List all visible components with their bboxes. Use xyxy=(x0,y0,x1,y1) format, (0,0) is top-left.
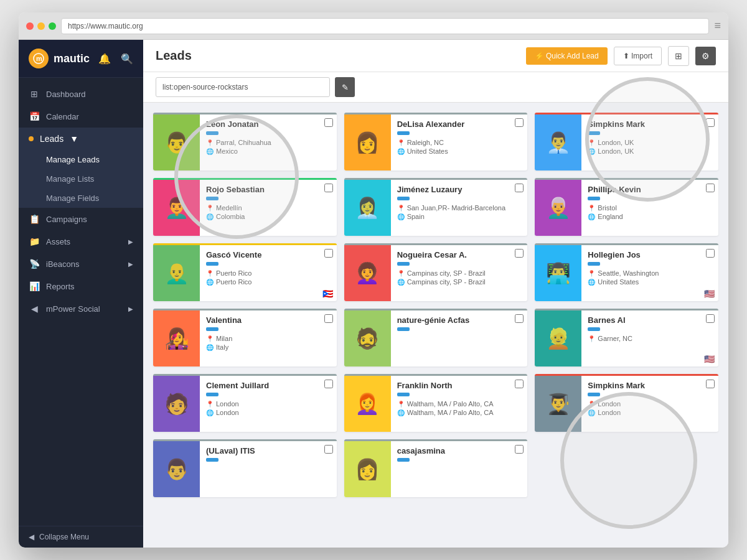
globe-icon: 🌐 xyxy=(206,279,214,286)
lead-card[interactable]: 👨‍🦳 Phillips Kevin 📍 Bristol 🌐 England xyxy=(535,178,718,236)
lead-checkbox[interactable] xyxy=(706,380,715,388)
lead-checkbox[interactable] xyxy=(706,249,715,258)
lead-badge xyxy=(206,131,218,135)
lead-avatar: 👩‍💼 xyxy=(344,180,391,236)
search-icon[interactable]: 🔍 xyxy=(121,53,133,65)
lead-country: 🌐 United States xyxy=(397,147,522,155)
lead-checkbox[interactable] xyxy=(324,249,333,258)
lead-card[interactable]: 👩‍🦱 Nogueira Cesar A. 📍 Campinas city, S… xyxy=(344,243,528,301)
lead-checkbox[interactable] xyxy=(706,118,715,127)
sidebar-item-manage-lists[interactable]: Manage Lists xyxy=(19,169,143,189)
lead-card[interactable]: 👨 (ULaval) ITIS xyxy=(153,439,337,497)
lead-checkbox[interactable] xyxy=(515,184,524,192)
lead-info: Simpkins Mark 📍 London 🌐 London xyxy=(581,376,718,432)
lead-checkbox[interactable] xyxy=(324,445,333,454)
lead-badge xyxy=(588,393,600,396)
lead-checkbox[interactable] xyxy=(706,184,715,192)
lead-country-text: Waltham, MA / Palo Alto, CA xyxy=(407,409,494,416)
grid-view-button[interactable]: ⊞ xyxy=(668,46,689,66)
lead-checkbox[interactable] xyxy=(324,380,333,388)
lead-card[interactable]: 👨‍🦲 Gascó Vicente 📍 Puerto Rico 🌐 Puerto… xyxy=(153,243,337,301)
quick-add-label: ⚡ Quick Add Lead xyxy=(535,52,599,60)
sidebar-item-mpower-social[interactable]: ◀ mPower Social ▶ xyxy=(19,297,143,320)
lead-checkbox[interactable] xyxy=(324,184,333,192)
globe-icon: 🌐 xyxy=(588,409,595,416)
collapse-menu-button[interactable]: ◀ Collapse Menu xyxy=(19,526,143,548)
sidebar-item-calendar[interactable]: 📅 Calendar xyxy=(19,105,143,128)
settings-button[interactable]: ⚙ xyxy=(695,47,716,65)
browser-dots xyxy=(26,22,56,30)
lead-info: DeLisa Alexander 📍 Raleigh, NC 🌐 United … xyxy=(391,114,528,170)
lead-checkbox[interactable] xyxy=(515,380,524,388)
logo-icon: m xyxy=(29,49,49,68)
lead-card[interactable]: 👨‍💻 Hollegien Jos 📍 Seattle, Washington … xyxy=(535,243,718,301)
lead-info: Leon Jonatan 📍 Parral, Chihuahua 🌐 Mexic… xyxy=(200,114,337,170)
sidebar-item-leads[interactable]: Leads ▼ xyxy=(19,128,143,150)
location-pin-icon: 📍 xyxy=(588,270,595,277)
lead-badge xyxy=(397,458,410,462)
import-button[interactable]: ⬆ Import xyxy=(614,47,662,65)
browser-toolbar: https://www.mautic.org ≡ xyxy=(19,12,728,40)
sidebar-item-manage-fields[interactable]: Manage Fields xyxy=(19,189,143,208)
quick-add-button[interactable]: ⚡ Quick Add Lead xyxy=(526,47,608,65)
maximize-dot[interactable] xyxy=(49,22,56,30)
lead-card[interactable]: 👩 casajasmina xyxy=(344,439,528,497)
lead-avatar: 👨 xyxy=(153,114,200,170)
lead-card[interactable]: 🧔 nature-génie Acfas xyxy=(344,309,528,366)
sidebar-item-campaigns[interactable]: 📋 Campaigns xyxy=(19,208,143,230)
lead-card[interactable]: 👨‍🎓 Simpkins Mark 📍 London 🌐 London xyxy=(535,374,718,432)
search-edit-button[interactable]: ✎ xyxy=(335,77,355,97)
leads-label: Leads xyxy=(40,134,63,144)
lead-card[interactable]: 👩 DeLisa Alexander 📍 Raleigh, NC 🌐 Unite… xyxy=(344,113,528,170)
lead-avatar: 👨 xyxy=(153,441,200,497)
lead-name: casajasmina xyxy=(397,446,522,455)
lead-avatar: 👨‍🦳 xyxy=(535,180,581,236)
lead-name: Franklin North xyxy=(397,381,522,390)
sidebar: m mautic 🔔 🔍 ⊞ Dashboard 📅 Cal xyxy=(19,40,143,548)
lead-card[interactable]: 👱 Barnes Al 📍 Garner, NC 🇺🇸 xyxy=(535,309,718,366)
ibeacons-arrow-icon: ▶ xyxy=(128,261,133,268)
minimize-dot[interactable] xyxy=(37,22,45,30)
lead-checkbox[interactable] xyxy=(515,445,524,454)
lead-card[interactable]: 👨 Leon Jonatan 📍 Parral, Chihuahua 🌐 Mex… xyxy=(153,113,337,170)
browser-window: https://www.mautic.org ≡ m mautic 🔔 🔍 xyxy=(19,12,728,548)
sidebar-item-dashboard[interactable]: ⊞ Dashboard xyxy=(19,83,143,105)
lead-card[interactable]: 👨‍🦱 Rojo Sebastian 📍 Medellín 🌐 Colombia xyxy=(153,178,337,236)
lead-checkbox[interactable] xyxy=(706,314,715,323)
lead-card[interactable]: 🧑 Clement Juillard 📍 London 🌐 London xyxy=(153,374,337,432)
lead-info: casajasmina xyxy=(391,441,528,497)
lead-info: Nogueira Cesar A. 📍 Campinas city, SP - … xyxy=(391,245,528,301)
lead-country: 🌐 Campinas city, SP - Brazil xyxy=(397,278,522,286)
search-input[interactable] xyxy=(156,77,330,97)
lead-city: 📍 Raleigh, NC xyxy=(397,139,522,146)
sidebar-item-manage-leads[interactable]: Manage Leads xyxy=(19,150,143,169)
close-dot[interactable] xyxy=(26,22,34,30)
lead-city-text: Milan xyxy=(216,335,232,342)
lead-card[interactable]: 👩‍💼 Jiménez Luzaury 📍 San Juan,PR- Madri… xyxy=(344,178,528,236)
lead-checkbox[interactable] xyxy=(515,314,524,323)
browser-menu-icon[interactable]: ≡ xyxy=(714,19,721,32)
lead-badge xyxy=(206,393,218,396)
globe-icon: 🌐 xyxy=(206,344,214,351)
lead-card[interactable]: 👨‍💼 Simpkins Mark 📍 London, UK 🌐 London,… xyxy=(535,113,718,170)
sidebar-item-reports[interactable]: 📊 Reports xyxy=(19,275,143,297)
lead-checkbox[interactable] xyxy=(515,118,524,127)
lead-avatar: 👩 xyxy=(344,114,391,170)
sidebar-item-ibeacons[interactable]: 📡 iBeacons ▶ xyxy=(19,253,143,275)
lead-country-text: Puerto Rico xyxy=(216,278,251,286)
globe-icon: 🌐 xyxy=(588,279,595,286)
notification-icon[interactable]: 🔔 xyxy=(98,53,111,65)
lead-checkbox[interactable] xyxy=(324,314,333,323)
lead-info: Valentina 📍 Milan 🌐 Italy xyxy=(200,310,337,366)
lead-checkbox[interactable] xyxy=(515,249,524,258)
location-pin-icon: 📍 xyxy=(588,139,595,146)
lead-country: 🌐 Colombia xyxy=(206,213,331,220)
lead-card[interactable]: 👩‍🎤 Valentina 📍 Milan 🌐 Italy xyxy=(153,309,337,366)
url-bar[interactable]: https://www.mautic.org xyxy=(61,18,709,34)
sidebar-item-assets[interactable]: 📁 Assets ▶ xyxy=(19,230,143,253)
lead-card[interactable]: 👩‍🦰 Franklin North 📍 Waltham, MA / Palo … xyxy=(344,374,528,432)
lead-checkbox[interactable] xyxy=(324,118,333,127)
lead-name: Valentina xyxy=(206,315,331,325)
globe-icon: 🌐 xyxy=(397,148,405,155)
lead-avatar: 👩‍🦰 xyxy=(344,376,391,432)
